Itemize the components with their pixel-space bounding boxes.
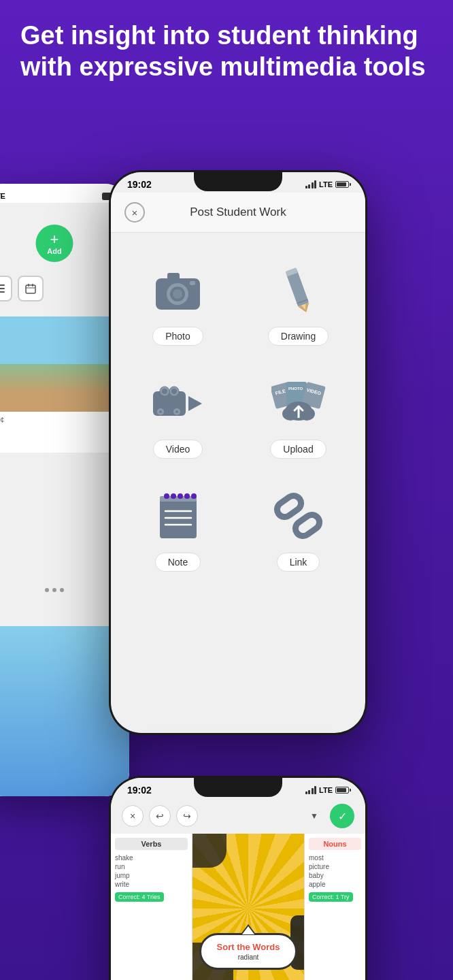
modal-close-button[interactable]: × <box>124 202 145 223</box>
nouns-correct-badge: Correct: 1 Try <box>309 892 353 902</box>
main-notch <box>194 172 282 191</box>
bottom-status-right: LTE <box>305 786 349 794</box>
svg-rect-2 <box>0 291 5 293</box>
modal-title: Post Student Work <box>145 206 331 219</box>
svg-rect-12 <box>190 281 195 285</box>
bottom-notch <box>194 778 282 797</box>
left-card-image <box>0 316 124 412</box>
link-label: Link <box>277 553 320 572</box>
bottom-signal-bar-3 <box>312 788 314 794</box>
signal-icon <box>305 180 317 189</box>
video-label: Video <box>153 440 203 459</box>
drawing-label: Drawing <box>268 327 329 346</box>
dot-2 <box>52 588 56 592</box>
drawing-icon <box>271 263 326 317</box>
svg-rect-11 <box>167 273 180 280</box>
video-option[interactable]: Video <box>118 359 238 472</box>
options-grid: Photo Drawing <box>111 233 365 599</box>
photo-label: Photo <box>152 327 203 346</box>
dot-3 <box>60 588 64 592</box>
verbs-panel: Verbs shake run jump write Correct: 4 Tr… <box>111 834 192 980</box>
svg-point-42 <box>178 493 183 499</box>
sort-words-title: Sort the Words <box>211 942 286 952</box>
upload-icon: FILE PHOTO VIDEO <box>271 376 326 430</box>
noun-word-2: picture <box>309 863 361 870</box>
svg-point-41 <box>171 493 176 499</box>
bottom-battery-icon <box>335 787 349 794</box>
signal-bar-4 <box>314 180 316 189</box>
noun-word-3: baby <box>309 872 361 879</box>
comic-area: Sort the Words radiant <box>192 834 304 980</box>
speech-bubble: Sort the Words radiant <box>199 933 297 970</box>
photo-option[interactable]: Photo <box>118 246 238 359</box>
noun-word-1: most <box>309 854 361 862</box>
left-card: 10¢ <box>0 316 124 453</box>
video-icon <box>151 376 205 430</box>
link-icon <box>271 489 326 543</box>
bottom-signal-bar-1 <box>305 791 307 794</box>
left-toolbar <box>0 276 44 301</box>
signal-bar-3 <box>312 182 314 189</box>
bottom-undo-button[interactable]: ↩ <box>149 805 171 827</box>
bottom-check-button[interactable]: ✓ <box>330 804 354 828</box>
svg-rect-1 <box>0 288 5 289</box>
svg-point-27 <box>175 410 178 413</box>
bottom-close-button[interactable]: × <box>122 805 144 827</box>
game-content: Verbs shake run jump write Correct: 4 Tr… <box>111 834 365 980</box>
sort-words-sub: radiant <box>211 953 286 961</box>
left-dots <box>45 588 64 592</box>
main-time: 19:02 <box>127 179 152 190</box>
link-option[interactable]: Link <box>238 472 358 585</box>
verb-word-1: shake <box>115 854 188 862</box>
note-option[interactable]: Note <box>118 472 238 585</box>
drawing-option[interactable]: Drawing <box>238 246 358 359</box>
lte-text: LTE <box>319 180 333 189</box>
verbs-correct-badge: Correct: 4 Tries <box>115 892 164 902</box>
svg-text:PHOTO: PHOTO <box>288 387 303 391</box>
noun-word-4: apple <box>309 881 361 888</box>
add-plus-icon: + <box>50 232 59 247</box>
svg-rect-0 <box>0 284 5 286</box>
calendar-button[interactable] <box>18 276 44 301</box>
menu-button[interactable] <box>0 276 12 301</box>
svg-point-20 <box>162 389 167 394</box>
svg-rect-49 <box>292 512 322 539</box>
upload-label: Upload <box>270 440 326 459</box>
photo-icon <box>151 263 205 317</box>
bottom-lte-text: LTE <box>319 786 333 794</box>
left-card-price: 10¢ <box>0 412 124 428</box>
bottom-signal-bar-2 <box>308 790 310 794</box>
speech-bubble-tail <box>240 924 256 935</box>
verbs-title: Verbs <box>115 838 188 850</box>
nouns-title: Nouns <box>309 838 361 850</box>
left-lte-text: LTE <box>0 192 5 200</box>
note-icon <box>151 489 205 543</box>
upload-option[interactable]: FILE PHOTO VIDEO <box>238 359 358 472</box>
phone-main: 19:02 LTE × Post Student Work <box>109 170 367 735</box>
header-text: Get insight into student thinking with e… <box>20 20 433 82</box>
main-status-right: LTE <box>305 180 349 189</box>
nouns-panel: Nouns most picture baby apple Correct: 1… <box>304 834 365 980</box>
add-button[interactable]: + Add <box>36 225 73 262</box>
bottom-toolbar: × ↩ ↪ ▼ ✓ <box>111 798 365 834</box>
svg-point-43 <box>184 493 190 499</box>
svg-point-22 <box>171 389 177 394</box>
note-label: Note <box>155 553 201 572</box>
svg-marker-23 <box>188 396 202 411</box>
bottom-time: 19:02 <box>127 785 152 796</box>
battery-icon <box>335 181 349 188</box>
bottom-signal-bar-4 <box>314 786 316 794</box>
svg-rect-3 <box>26 285 35 293</box>
add-label: Add <box>47 247 61 255</box>
bottom-signal-icon <box>305 786 317 794</box>
modal-header: × Post Student Work <box>111 193 365 233</box>
corner-black-1 <box>192 834 227 868</box>
signal-bar-1 <box>305 186 307 189</box>
signal-bar-2 <box>308 184 310 189</box>
svg-point-44 <box>191 493 197 499</box>
phone-bottom: 19:02 LTE × ↩ ↪ ▼ ✓ <box>109 776 367 980</box>
verb-word-2: run <box>115 863 188 870</box>
svg-rect-48 <box>274 493 304 520</box>
bottom-dropdown-button[interactable]: ▼ <box>304 806 324 826</box>
bottom-redo-button[interactable]: ↪ <box>176 805 198 827</box>
